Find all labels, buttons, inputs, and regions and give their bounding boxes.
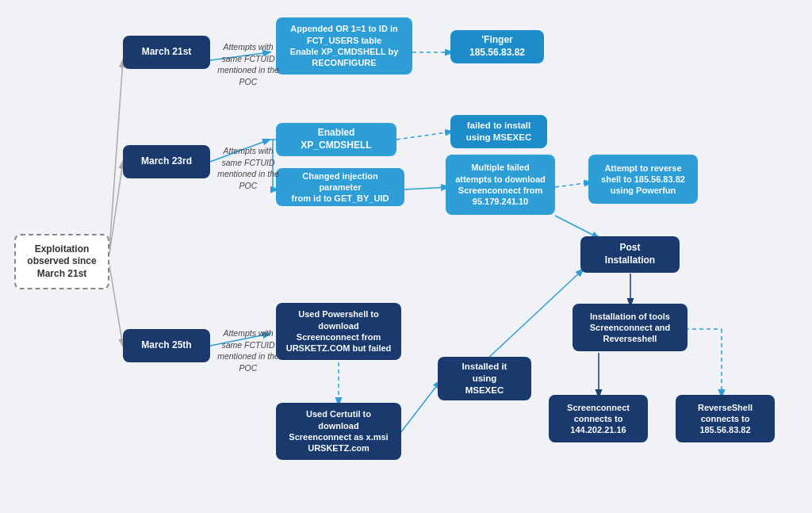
used-certutil-node: Used Certutil todownloadScreenconnect as… <box>276 403 401 460</box>
svg-line-16 <box>555 216 599 238</box>
march21-node: March 21st <box>123 36 210 69</box>
diagram-container: Exploitationobserved sinceMarch 21st Mar… <box>0 0 812 513</box>
italic-label-march23: Attempts with same FCTUID mentioned in t… <box>213 145 284 192</box>
reverse-shell-node: Attempt to reverseshell to 185.56.83.82u… <box>588 155 698 204</box>
failed-install-node: failed to installusing MSEXEC <box>450 115 547 148</box>
svg-line-0 <box>109 60 123 250</box>
enabled-xp-node: Enabled XP_CMDSHELL <box>276 123 396 156</box>
used-powershell-node: Used Powershell todownloadScreenconnect … <box>276 303 401 360</box>
svg-line-10 <box>404 187 448 190</box>
reverseshell-connects-node: ReverseShellconnects to185.56.83.82 <box>676 395 775 442</box>
exploitation-node: Exploitationobserved sinceMarch 21st <box>14 234 109 289</box>
italic-label-march25: Attempts with same FCTUID mentioned in t… <box>213 327 284 374</box>
appended-or-node: Appended OR 1=1 to ID inFCT_USERS tableE… <box>276 17 412 75</box>
finger-node: 'Finger185.56.83.82 <box>450 30 544 63</box>
post-installation-node: PostInstallation <box>580 236 680 273</box>
installation-tools-node: Installation of toolsScreenconnect andRe… <box>573 304 688 351</box>
march25-node: March 25th <box>123 329 210 362</box>
installed-msexec-node: Installed itusingMSEXEC <box>438 357 531 400</box>
svg-line-11 <box>555 182 591 187</box>
svg-line-9 <box>396 132 452 140</box>
screenconnect-connects-node: Screenconnectconnects to144.202.21.16 <box>549 395 648 442</box>
svg-line-1 <box>109 162 123 254</box>
svg-line-14 <box>400 381 440 433</box>
svg-line-15 <box>485 270 583 361</box>
changed-injection-node: Changed injection parameterfrom id to GE… <box>276 168 404 206</box>
italic-label-march21: Attempts with same FCTUID mentioned in t… <box>213 41 284 88</box>
multiple-failed-node: Multiple failedattempts to downloadScree… <box>446 155 555 215</box>
march23-node: March 23rd <box>123 145 210 178</box>
svg-line-2 <box>109 266 123 346</box>
